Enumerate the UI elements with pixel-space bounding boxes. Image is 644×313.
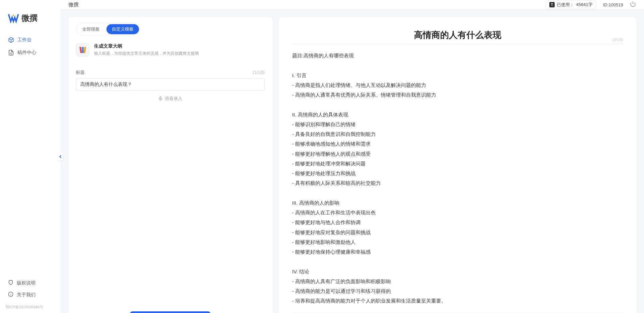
char-counter: 11/100: [252, 70, 265, 75]
icp-text: 鄂ICP备2022016946号: [0, 303, 60, 313]
user-id: ID:100519: [603, 2, 623, 7]
usage-badge[interactable]: T 已使用：45641字: [546, 0, 596, 9]
text-icon: T: [549, 2, 555, 7]
logo-text: 微撰: [21, 13, 38, 23]
output-title: 高情商的人有什么表现: [292, 29, 623, 41]
voice-input-button[interactable]: 语音录入: [76, 91, 265, 106]
cube-icon: [8, 37, 14, 43]
nav-workbench[interactable]: 工作台: [5, 34, 55, 46]
generate-button[interactable]: 生成内容: [130, 311, 211, 313]
chevron-left-icon: [59, 155, 62, 158]
svg-rect-6: [84, 47, 86, 53]
nav-drafts[interactable]: 稿件中心: [5, 46, 55, 59]
tab-custom-templates[interactable]: 自定义模板: [106, 24, 139, 34]
topbar: 微撰 T 已使用：45641字 ID:100519: [60, 0, 644, 10]
template-tabs: 全部模板 自定义模板: [76, 23, 140, 35]
svg-rect-5: [82, 47, 84, 53]
page-title: 微撰: [68, 2, 79, 8]
logo-icon: [8, 13, 19, 23]
power-icon[interactable]: [630, 1, 636, 8]
tab-all-templates[interactable]: 全部模板: [77, 24, 105, 34]
mic-icon: [158, 96, 163, 101]
sidebar: 微撰 工作台 稿件中心 版权说明: [0, 0, 60, 313]
output-body[interactable]: 题目:高情商的人有哪些表现 I. 引言 - 高情商是指人们处理情绪、与他人互动以…: [292, 44, 623, 313]
about-link[interactable]: 关于我们: [5, 289, 55, 301]
shield-icon: [8, 280, 13, 286]
nav-label: 工作台: [17, 37, 32, 43]
title-input[interactable]: [76, 78, 265, 91]
output-panel: 高情商的人有什么表现 10/100 题目:高情商的人有哪些表现 I. 引言 - …: [279, 17, 637, 313]
template-title: 生成文章大纲: [94, 43, 199, 49]
input-label: 标题: [76, 69, 85, 75]
template-card: 生成文章大纲 输入标题，为你提供文章主体的灵感，并为其创建推文提纲: [76, 41, 265, 63]
template-desc: 输入标题，为你提供文章主体的灵感，并为其创建推文提纲: [94, 51, 199, 56]
template-icon: [76, 43, 89, 57]
document-icon: [8, 50, 14, 56]
copyright-link[interactable]: 版权说明: [5, 277, 55, 289]
sidebar-collapse-toggle[interactable]: [58, 153, 63, 161]
input-panel: 全部模板 自定义模板 生成文章大纲 输入标题，为你提供文章主体的灵感，并为其创建…: [68, 17, 273, 313]
output-title-counter: 10/100: [612, 38, 623, 42]
nav: 工作台 稿件中心: [0, 34, 60, 277]
nav-label: 稿件中心: [17, 50, 36, 56]
svg-rect-4: [80, 47, 82, 53]
logo[interactable]: 微撰: [0, 10, 60, 34]
info-icon: [8, 292, 13, 298]
